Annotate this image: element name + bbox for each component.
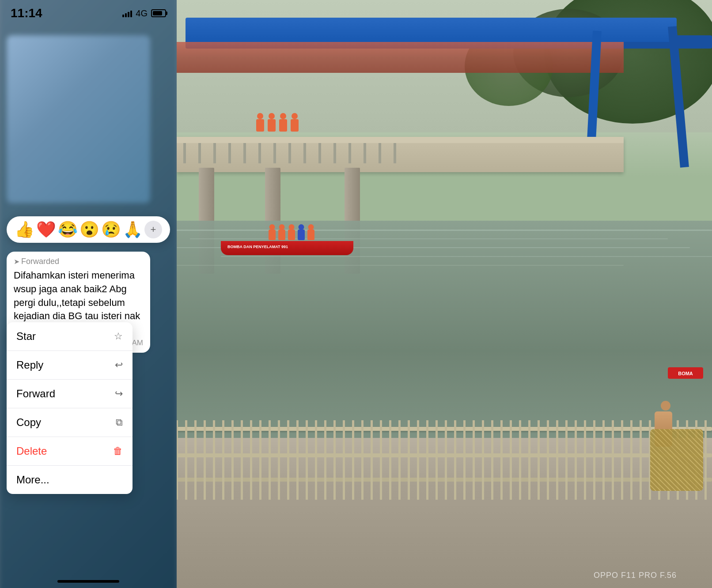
menu-copy-label: Copy bbox=[16, 416, 41, 429]
context-menu: Star ☆ Reply ↩ Forward ↪ Copy ⧉ Delete 🗑… bbox=[7, 322, 133, 494]
fv bbox=[315, 420, 317, 500]
emoji-pray[interactable]: 🙏 bbox=[123, 222, 143, 237]
fv bbox=[612, 420, 614, 500]
fv bbox=[241, 420, 243, 500]
fv bbox=[333, 420, 336, 500]
flood-photo: BOMBA DAN PENYELAMAT 991 bbox=[177, 0, 712, 588]
fv bbox=[491, 420, 493, 500]
water-ripple-4 bbox=[221, 256, 712, 257]
battery-icon bbox=[151, 9, 166, 17]
emoji-laugh[interactable]: 😂 bbox=[58, 222, 78, 237]
menu-item-forward[interactable]: Forward ↪ bbox=[7, 380, 133, 408]
network-label: 4G bbox=[136, 8, 148, 19]
fv bbox=[454, 420, 456, 500]
flood-scene: BOMBA DAN PENYELAMAT 991 bbox=[177, 0, 712, 588]
fv bbox=[538, 420, 540, 500]
reply-icon: ↩ bbox=[115, 359, 123, 371]
fv bbox=[408, 420, 410, 500]
home-indicator[interactable] bbox=[57, 580, 119, 583]
fence-area bbox=[177, 420, 712, 500]
emoji-surprised[interactable]: 😮 bbox=[80, 222, 99, 237]
menu-more-label: More... bbox=[16, 474, 49, 486]
fv bbox=[278, 420, 280, 500]
bomba-sign-right: BOMA bbox=[668, 367, 703, 379]
emoji-reaction-bar[interactable]: 👍 ❤️ 😂 😮 😢 🙏 + bbox=[7, 216, 170, 243]
fv bbox=[324, 420, 326, 500]
fv bbox=[204, 420, 206, 500]
emoji-heart[interactable]: ❤️ bbox=[36, 222, 56, 237]
signal-icon bbox=[122, 9, 132, 17]
fv bbox=[640, 420, 642, 500]
crew-1 bbox=[269, 230, 276, 240]
worker-2 bbox=[268, 119, 276, 132]
fv bbox=[296, 420, 299, 500]
rescue-workers-walkway bbox=[256, 119, 299, 132]
fence-verticals bbox=[177, 420, 712, 500]
emoji-sad[interactable]: 😢 bbox=[101, 222, 121, 237]
crew-4-head bbox=[299, 224, 304, 230]
delete-icon: 🗑 bbox=[113, 445, 123, 457]
menu-reply-label: Reply bbox=[16, 359, 43, 371]
fv bbox=[177, 420, 178, 500]
forward-arrow-icon: ➤ bbox=[14, 257, 19, 266]
fv bbox=[398, 420, 401, 500]
fv bbox=[213, 420, 215, 500]
phone-screen: 11:14 4G 👍 ❤️ 😂 😮 😢 🙏 + ➤ Forwarded Difa… bbox=[0, 0, 177, 588]
fv bbox=[547, 420, 549, 500]
boat-hull: BOMBA DAN PENYELAMAT 991 bbox=[221, 241, 353, 255]
fv bbox=[704, 420, 707, 500]
fv bbox=[231, 420, 234, 500]
crew-4 bbox=[298, 230, 305, 240]
fv bbox=[602, 420, 605, 500]
fv bbox=[389, 420, 391, 500]
status-time: 11:14 bbox=[11, 6, 42, 20]
fv bbox=[510, 420, 512, 500]
fv bbox=[306, 420, 308, 500]
fv bbox=[222, 420, 224, 500]
menu-item-delete[interactable]: Delete 🗑 bbox=[7, 437, 133, 466]
emoji-thumbs-up[interactable]: 👍 bbox=[15, 222, 34, 237]
menu-forward-label: Forward bbox=[16, 388, 55, 400]
fv bbox=[528, 420, 530, 500]
walkway bbox=[177, 137, 624, 172]
person-head bbox=[661, 401, 670, 411]
menu-item-reply[interactable]: Reply ↩ bbox=[7, 351, 133, 380]
fv bbox=[343, 420, 345, 500]
fv bbox=[194, 420, 197, 500]
crew-3-head bbox=[289, 224, 295, 230]
fv bbox=[269, 420, 271, 500]
fv bbox=[436, 420, 438, 500]
fv bbox=[445, 420, 447, 500]
boat-text: BOMBA DAN PENYELAMAT 991 bbox=[227, 245, 288, 249]
fv bbox=[185, 420, 187, 500]
red-roof bbox=[177, 42, 624, 73]
fv bbox=[519, 420, 521, 500]
worker-4-head bbox=[292, 113, 298, 119]
rattan-basket bbox=[650, 429, 703, 491]
crew-3 bbox=[288, 230, 295, 240]
fv bbox=[259, 420, 261, 500]
fv bbox=[361, 420, 364, 500]
fv bbox=[482, 420, 484, 500]
bomba-text: BOMA bbox=[678, 371, 693, 376]
menu-item-more[interactable]: More... bbox=[7, 466, 133, 494]
rescue-boat: BOMBA DAN PENYELAMAT 991 bbox=[221, 230, 362, 255]
fv bbox=[352, 420, 354, 500]
fv bbox=[287, 420, 289, 500]
worker-2-head bbox=[269, 113, 275, 119]
boat-crew bbox=[221, 230, 362, 240]
water-ripple-5 bbox=[177, 265, 624, 266]
menu-item-copy[interactable]: Copy ⧉ bbox=[7, 408, 133, 437]
fv bbox=[417, 420, 419, 500]
menu-item-star[interactable]: Star ☆ bbox=[7, 322, 133, 351]
status-bar: 11:14 4G bbox=[0, 0, 177, 23]
emoji-more-button[interactable]: + bbox=[144, 221, 162, 238]
fv bbox=[371, 420, 373, 500]
crew-2 bbox=[278, 230, 285, 240]
fv bbox=[593, 420, 595, 500]
fv bbox=[556, 420, 558, 500]
forward-icon: ↪ bbox=[115, 388, 123, 400]
fv bbox=[630, 420, 632, 500]
fv bbox=[463, 420, 466, 500]
worker-4 bbox=[291, 119, 299, 132]
